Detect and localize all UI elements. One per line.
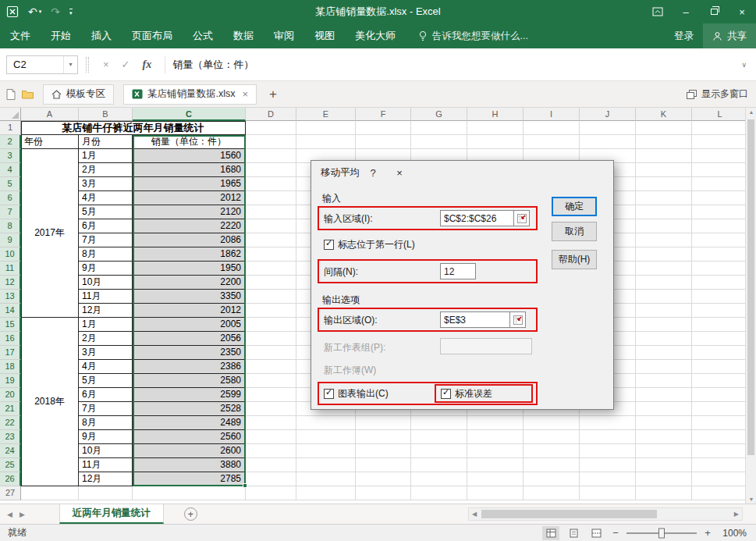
dialog-title-bar[interactable]: 移动平均 ? × xyxy=(311,161,613,184)
cell-C13[interactable]: 3350 xyxy=(133,290,246,304)
normal-view-icon[interactable] xyxy=(542,526,559,540)
cell-B16[interactable]: 2月 xyxy=(79,332,133,346)
cell-C15[interactable]: 2005 xyxy=(133,318,246,332)
show-multiple-windows-button[interactable]: 显示多窗口 xyxy=(687,87,750,101)
cell-B14[interactable]: 12月 xyxy=(79,304,133,318)
cell-B24[interactable]: 10月 xyxy=(79,444,133,458)
zoom-slider-thumb[interactable] xyxy=(658,528,665,538)
tell-me-box[interactable]: 告诉我您想要做什么... xyxy=(418,23,528,48)
name-box[interactable]: C2 ▾ xyxy=(6,55,78,74)
zoom-out-icon[interactable]: − xyxy=(610,527,621,539)
enter-formula-icon[interactable]: ✓ xyxy=(122,59,130,70)
column-header-K[interactable]: K xyxy=(636,108,692,121)
cell-C3[interactable]: 1560 xyxy=(133,149,246,163)
cell-C21[interactable]: 2528 xyxy=(133,402,246,416)
horizontal-scroll-thumb[interactable] xyxy=(481,510,657,518)
excel-logo-icon[interactable] xyxy=(6,5,19,18)
scroll-left-icon[interactable]: ◀ xyxy=(469,511,480,518)
row-header-22[interactable]: 22 xyxy=(0,416,21,430)
cell-B10[interactable]: 8月 xyxy=(79,247,133,262)
column-header-H[interactable]: H xyxy=(467,108,524,121)
vertical-scrollbar[interactable]: ▲ ▼ xyxy=(745,108,756,504)
row-header-19[interactable]: 19 xyxy=(0,374,21,388)
column-header-J[interactable]: J xyxy=(580,108,636,121)
ok-button[interactable]: 确定 xyxy=(552,197,597,216)
cell-A2[interactable]: 年份 xyxy=(21,135,79,149)
cell-B12[interactable]: 10月 xyxy=(79,276,133,290)
formula-content[interactable]: 销量（单位：件） xyxy=(172,58,254,72)
qat-customize-button[interactable]: ▾ xyxy=(69,9,73,16)
row-header-26[interactable]: 26 xyxy=(0,472,21,486)
cell-B11[interactable]: 9月 xyxy=(79,262,133,276)
column-header-A[interactable]: A xyxy=(21,108,79,121)
tab-page-layout[interactable]: 页面布局 xyxy=(122,23,183,48)
cell-B4[interactable]: 2月 xyxy=(79,163,133,177)
column-header-B[interactable]: B xyxy=(79,108,133,121)
checkbox-checked-icon[interactable] xyxy=(324,389,334,399)
row-header-17[interactable]: 17 xyxy=(0,346,21,360)
row-header-7[interactable]: 7 xyxy=(0,205,21,219)
std-error-checkbox[interactable]: 标准误差 xyxy=(441,387,492,400)
input-range-selector-icon[interactable] xyxy=(514,210,530,226)
page-break-view-icon[interactable] xyxy=(587,526,605,540)
cell-C18[interactable]: 2386 xyxy=(133,360,246,374)
cell-year-merged-2018年[interactable]: 2018年 xyxy=(21,318,79,486)
open-folder-icon[interactable] xyxy=(22,90,34,99)
undo-button[interactable]: ↶▾ xyxy=(28,0,41,23)
cancel-button[interactable]: 取消 xyxy=(552,222,597,241)
dialog-close-icon[interactable]: × xyxy=(386,162,413,183)
horizontal-scrollbar[interactable]: ◀ ▶ xyxy=(468,507,743,521)
column-header-I[interactable]: I xyxy=(524,108,580,121)
sheet-nav-left-icon[interactable]: ◀ xyxy=(7,511,12,518)
row-header-23[interactable]: 23 xyxy=(0,430,21,444)
vertical-scroll-thumb[interactable] xyxy=(747,119,754,455)
select-all-corner[interactable] xyxy=(0,108,21,121)
tab-formulas[interactable]: 公式 xyxy=(183,23,223,48)
output-range-selector-icon[interactable] xyxy=(510,311,526,328)
cell-C8[interactable]: 2220 xyxy=(133,219,246,233)
row-header-15[interactable]: 15 xyxy=(0,318,21,332)
column-header-C[interactable]: C xyxy=(133,108,246,121)
row-header-20[interactable]: 20 xyxy=(0,388,21,402)
cell-C16[interactable]: 2056 xyxy=(133,332,246,346)
cell-C2-active[interactable]: 销量（单位：件） xyxy=(133,135,246,149)
row-header-27[interactable]: 27 xyxy=(0,486,21,500)
cell-C25[interactable]: 3880 xyxy=(133,458,246,472)
cell-B23[interactable]: 9月 xyxy=(79,430,133,444)
row-header-18[interactable]: 18 xyxy=(0,360,21,374)
zoom-in-icon[interactable]: + xyxy=(702,527,713,539)
cell-C19[interactable]: 2580 xyxy=(133,374,246,388)
cell-C5[interactable]: 1965 xyxy=(133,177,246,191)
output-range-field[interactable]: $E$3 xyxy=(440,311,510,328)
row-header-21[interactable]: 21 xyxy=(0,402,21,416)
undo-dropdown-icon[interactable]: ▾ xyxy=(39,0,42,23)
tab-file[interactable]: 文件 xyxy=(0,23,41,48)
cell-B8[interactable]: 6月 xyxy=(79,219,133,233)
row-header-3[interactable]: 3 xyxy=(0,149,21,163)
redo-button[interactable]: ↷ xyxy=(51,0,60,23)
share-button[interactable]: 共享 xyxy=(703,23,756,48)
tab-view[interactable]: 视图 xyxy=(304,23,345,48)
interval-field[interactable]: 12 xyxy=(440,263,476,279)
close-tab-icon[interactable]: × xyxy=(243,88,249,100)
cell-B20[interactable]: 6月 xyxy=(79,388,133,402)
zoom-slider[interactable] xyxy=(626,532,697,534)
tab-addin[interactable]: 美化大师 xyxy=(345,23,406,48)
cell-B17[interactable]: 3月 xyxy=(79,346,133,360)
cell-B21[interactable]: 7月 xyxy=(79,402,133,416)
tab-current-file[interactable]: 某店铺销量数据.xlsx × xyxy=(123,84,257,105)
tab-insert[interactable]: 插入 xyxy=(81,23,122,48)
row-header-25[interactable]: 25 xyxy=(0,458,21,472)
row-header-24[interactable]: 24 xyxy=(0,444,21,458)
column-header-G[interactable]: G xyxy=(411,108,467,121)
cell-C20[interactable]: 2599 xyxy=(133,388,246,402)
zoom-level[interactable]: 100% xyxy=(719,528,747,539)
column-header-L[interactable]: L xyxy=(692,108,745,121)
cell-C26[interactable]: 2785 xyxy=(133,472,246,486)
cell-C11[interactable]: 1950 xyxy=(133,262,246,276)
row-header-13[interactable]: 13 xyxy=(0,290,21,304)
scroll-up-icon[interactable]: ▲ xyxy=(746,109,756,115)
row-header-2[interactable]: 2 xyxy=(0,135,21,149)
row-header-12[interactable]: 12 xyxy=(0,276,21,290)
cancel-formula-icon[interactable]: × xyxy=(103,59,109,70)
